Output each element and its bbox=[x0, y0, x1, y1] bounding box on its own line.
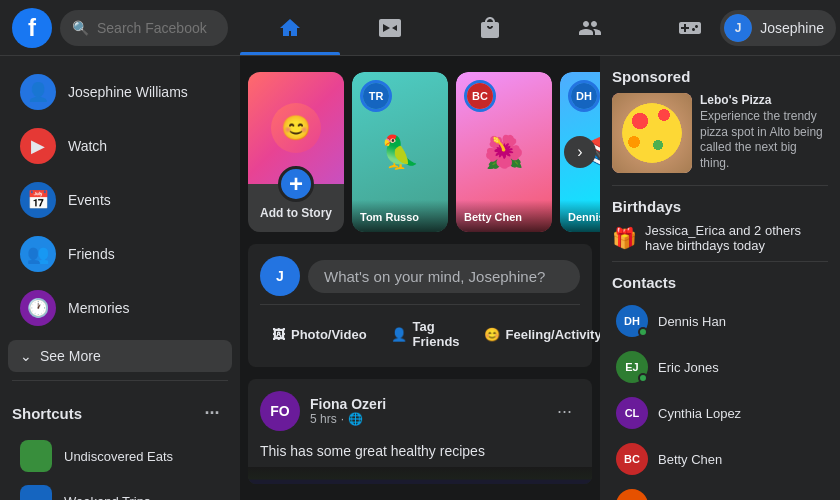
post-dot: · bbox=[341, 412, 344, 426]
shortcut-label: Weekend Trips bbox=[64, 494, 150, 501]
post-author-avatar: FO bbox=[260, 391, 300, 431]
nav-home[interactable] bbox=[240, 0, 340, 55]
birthday-text: Jessica_Erica and 2 others have birthday… bbox=[645, 223, 828, 253]
tag-friends-label: Tag Friends bbox=[413, 319, 460, 349]
sponsored-brand: Lebo's Pizza bbox=[700, 93, 828, 107]
feeling-label: Feeling/Activity bbox=[506, 327, 600, 342]
topnav-right: J Josephine + 💬 🔔 bbox=[740, 10, 840, 46]
birthday-icon: 🎁 bbox=[612, 226, 637, 250]
events-icon: 📅 bbox=[20, 182, 56, 218]
post-more-button[interactable]: ··· bbox=[549, 397, 580, 426]
nav-watch[interactable] bbox=[340, 0, 440, 55]
sidebar-item-label: Memories bbox=[68, 300, 129, 316]
online-indicator bbox=[638, 373, 648, 383]
birthday-row: 🎁 Jessica_Erica and 2 others have birthd… bbox=[612, 223, 828, 253]
sidebar-item-label: Events bbox=[68, 192, 111, 208]
story-overlay: Betty Chen bbox=[456, 200, 552, 232]
search-input[interactable] bbox=[97, 20, 216, 36]
post-box-avatar: J bbox=[260, 256, 300, 296]
feed-post-fiona: FO Fiona Ozeri 5 hrs · 🌐 ··· This has so… bbox=[248, 379, 592, 484]
feeling-button[interactable]: 😊 Feeling/Activity bbox=[472, 321, 600, 348]
search-box[interactable]: 🔍 bbox=[60, 10, 228, 46]
contact-cynthia-lopez[interactable]: CL Cynthia Lopez bbox=[612, 391, 828, 435]
story-overlay: Dennis Han bbox=[560, 200, 600, 232]
sponsored-description: Experience the trendy pizza spot in Alto… bbox=[700, 109, 828, 171]
avatar-inner: DH bbox=[571, 83, 597, 109]
contact-name: Dennis Han bbox=[658, 314, 726, 329]
svg-rect-0 bbox=[248, 480, 592, 484]
contact-eric-jones[interactable]: EJ Eric Jones bbox=[612, 345, 828, 389]
sidebar-item-josephine[interactable]: 👤 Josephine Williams bbox=[8, 66, 232, 118]
josephine-icon: 👤 bbox=[20, 74, 56, 110]
birthdays-title: Birthdays bbox=[612, 198, 828, 215]
stories-row: 😊 + Add to Story 🦜 TR Tom Russo bbox=[248, 72, 592, 232]
contact-avatar: BC bbox=[616, 443, 648, 475]
shortcut-weekend-trips[interactable]: Weekend Trips bbox=[8, 479, 232, 500]
avatar-inner: BC bbox=[467, 83, 493, 109]
post-text: This has some great healthy recipes bbox=[248, 435, 592, 467]
contact-avatar: TL bbox=[616, 489, 648, 500]
topnav-left: f 🔍 bbox=[0, 8, 240, 48]
contact-avatar: EJ bbox=[616, 351, 648, 383]
sponsored-image bbox=[612, 93, 692, 173]
online-indicator bbox=[638, 327, 648, 337]
main-layout: 👤 Josephine Williams ▶ Watch 📅 Events 👥 … bbox=[0, 56, 840, 500]
sidebar-item-watch[interactable]: ▶ Watch bbox=[8, 120, 232, 172]
contacts-title: Contacts bbox=[612, 274, 828, 291]
sidebar-item-friends[interactable]: 👥 Friends bbox=[8, 228, 232, 280]
nav-groups[interactable] bbox=[540, 0, 640, 55]
see-more-icon: ⌄ bbox=[20, 348, 32, 364]
stories-next-button[interactable]: › bbox=[564, 136, 596, 168]
add-to-story-card[interactable]: 😊 + Add to Story bbox=[248, 72, 344, 232]
nav-gaming[interactable] bbox=[640, 0, 740, 55]
add-circle: + bbox=[278, 166, 314, 202]
watch-icon: ▶ bbox=[20, 128, 56, 164]
contact-name: Cynthia Lopez bbox=[658, 406, 741, 421]
contact-betty-chen[interactable]: BC Betty Chen bbox=[612, 437, 828, 481]
contact-name: Betty Chen bbox=[658, 452, 722, 467]
story-overlay: Tom Russo bbox=[352, 200, 448, 232]
sidebar-left: 👤 Josephine Williams ▶ Watch 📅 Events 👥 … bbox=[0, 56, 240, 500]
contact-dennis-han[interactable]: DH Dennis Han bbox=[612, 299, 828, 343]
story-avatar: DH bbox=[568, 80, 600, 112]
contact-name: Eric Jones bbox=[658, 360, 719, 375]
story-avatar: TR bbox=[360, 80, 392, 112]
divider bbox=[612, 185, 828, 186]
story-betty-chen[interactable]: 🌺 BC Betty Chen bbox=[456, 72, 552, 232]
contact-avatar: CL bbox=[616, 397, 648, 429]
facebook-logo[interactable]: f bbox=[12, 8, 52, 48]
story-name: Tom Russo bbox=[360, 211, 419, 223]
nav-marketplace[interactable] bbox=[440, 0, 540, 55]
post-time: 5 hrs bbox=[310, 412, 337, 426]
center-feed: 😊 + Add to Story 🦜 TR Tom Russo bbox=[240, 56, 600, 500]
post-author-info: Fiona Ozeri 5 hrs · 🌐 bbox=[310, 396, 539, 426]
public-icon: 🌐 bbox=[348, 412, 363, 426]
story-tom-russo[interactable]: 🦜 TR Tom Russo bbox=[352, 72, 448, 232]
topnav-center bbox=[240, 0, 740, 55]
tag-friends-button[interactable]: 👤 Tag Friends bbox=[379, 313, 472, 355]
shortcut-icon bbox=[20, 440, 52, 472]
post-box-divider bbox=[260, 304, 580, 305]
post-input-field[interactable]: What's on your mind, Josephine? bbox=[308, 260, 580, 293]
post-author-name: Fiona Ozeri bbox=[310, 396, 539, 412]
photo-video-button[interactable]: 🖼 Photo/Video bbox=[260, 321, 379, 348]
shortcuts-more-button[interactable]: ··· bbox=[196, 397, 228, 429]
post-image bbox=[248, 467, 592, 484]
memories-icon: 🕐 bbox=[20, 290, 56, 326]
sidebar-right: Sponsored Lebo's Pizza Experience the tr… bbox=[600, 56, 840, 500]
contact-tina-lim[interactable]: TL Tina Lim bbox=[612, 483, 828, 500]
search-icon: 🔍 bbox=[72, 20, 89, 36]
sidebar-item-memories[interactable]: 🕐 Memories bbox=[8, 282, 232, 334]
contact-avatar: DH bbox=[616, 305, 648, 337]
see-more-button[interactable]: ⌄ See More bbox=[8, 340, 232, 372]
shortcut-label: Undiscovered Eats bbox=[64, 449, 173, 464]
sidebar-item-events[interactable]: 📅 Events bbox=[8, 174, 232, 226]
shortcuts-header: Shortcuts ··· bbox=[0, 389, 240, 433]
shortcut-undiscovered-eats[interactable]: Undiscovered Eats bbox=[8, 434, 232, 478]
sponsored-info: Lebo's Pizza Experience the trendy pizza… bbox=[700, 93, 828, 173]
sponsored-card[interactable]: Lebo's Pizza Experience the trendy pizza… bbox=[612, 93, 828, 173]
pizza-visual bbox=[612, 93, 692, 173]
sidebar-item-label: Friends bbox=[68, 246, 115, 262]
sponsored-title: Sponsored bbox=[612, 68, 828, 85]
post-box-top: J What's on your mind, Josephine? bbox=[260, 256, 580, 296]
